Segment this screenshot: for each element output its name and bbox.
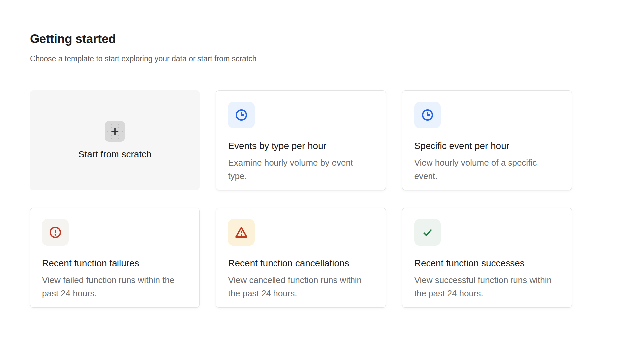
card-description: View cancelled function runs within the …: [228, 273, 373, 300]
card-recent-function-successes[interactable]: Recent function successes View successfu…: [402, 208, 572, 308]
page-subtitle: Choose a template to start exploring you…: [30, 54, 596, 64]
page-title: Getting started: [30, 32, 596, 46]
card-title: Events by type per hour: [228, 140, 373, 152]
card-recent-function-failures[interactable]: Recent function failures View failed fun…: [30, 208, 200, 308]
card-title: Recent function successes: [414, 258, 560, 269]
plus-icon: [105, 121, 125, 142]
card-recent-function-cancellations[interactable]: Recent function cancellations View cance…: [216, 208, 386, 308]
check-icon: [414, 219, 441, 246]
clock-icon: [414, 102, 441, 128]
getting-started-page: Getting started Choose a template to sta…: [0, 0, 626, 308]
card-title: Recent function cancellations: [228, 258, 373, 269]
clock-icon: [228, 102, 255, 128]
card-description: View hourly volume of a specific event.: [414, 156, 560, 183]
warning-triangle-icon: [228, 219, 255, 246]
card-events-by-type-per-hour[interactable]: Events by type per hour Examine hourly v…: [216, 90, 386, 190]
card-description: View failed function runs within the pas…: [42, 273, 188, 300]
card-title: Recent function failures: [42, 258, 188, 269]
error-circle-icon: [42, 219, 69, 246]
card-description: View successful function runs within the…: [414, 273, 560, 300]
card-specific-event-per-hour[interactable]: Specific event per hour View hourly volu…: [402, 90, 572, 190]
card-description: Examine hourly volume by event type.: [228, 156, 373, 183]
card-title: Specific event per hour: [414, 140, 560, 152]
template-card-grid: Start from scratch Events by type per ho…: [30, 90, 572, 308]
card-start-from-scratch[interactable]: Start from scratch: [30, 90, 200, 190]
card-label: Start from scratch: [78, 149, 152, 160]
